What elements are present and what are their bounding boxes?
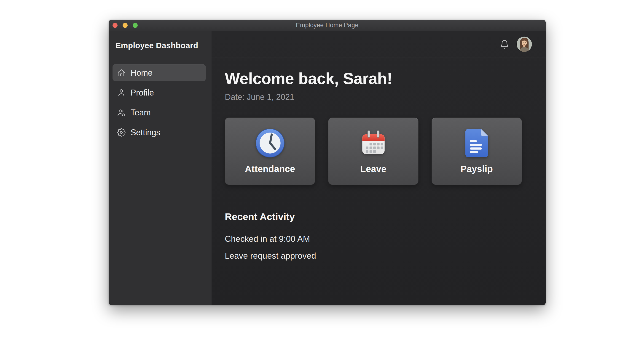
- minimize-button[interactable]: [122, 23, 128, 28]
- traffic-lights: [112, 20, 138, 31]
- titlebar: Employee Home Page: [109, 20, 546, 31]
- card-label: Payslip: [460, 164, 493, 174]
- sidebar-item-profile[interactable]: Profile: [112, 84, 206, 101]
- sidebar-nav: Home Profile: [112, 64, 206, 141]
- quick-action-cards: Attendance: [225, 117, 532, 185]
- sidebar-item-label: Home: [130, 68, 152, 78]
- activity-item: Leave request approved: [225, 251, 532, 261]
- users-icon: [117, 108, 126, 117]
- card-label: Leave: [360, 164, 386, 174]
- gear-icon: [117, 128, 126, 137]
- window-body: Employee Dashboard Home: [109, 31, 546, 305]
- clock-icon: [255, 128, 285, 158]
- app-window: Employee Home Page Employee Dashboard Ho…: [109, 20, 546, 305]
- card-payslip[interactable]: Payslip: [432, 117, 522, 185]
- dashboard-content: Welcome back, Sarah! Date: June 1, 2021: [212, 58, 546, 261]
- close-button[interactable]: [112, 23, 118, 28]
- card-label: Attendance: [245, 164, 295, 174]
- sidebar-item-label: Settings: [130, 128, 160, 137]
- sidebar-title: Employee Dashboard: [116, 41, 206, 50]
- zoom-button[interactable]: [133, 23, 138, 28]
- sidebar-item-settings[interactable]: Settings: [112, 124, 206, 141]
- sidebar-item-label: Team: [130, 108, 151, 117]
- sidebar: Employee Dashboard Home: [109, 31, 212, 305]
- user-avatar[interactable]: [516, 36, 532, 52]
- main-header: [212, 31, 546, 58]
- sidebar-item-home[interactable]: Home: [112, 64, 206, 81]
- sidebar-item-label: Profile: [130, 88, 154, 98]
- user-icon: [117, 88, 126, 97]
- recent-activity-title: Recent Activity: [225, 211, 532, 222]
- activity-item: Checked in at 9:00 AM: [225, 234, 532, 244]
- bell-icon[interactable]: [500, 39, 509, 49]
- welcome-heading: Welcome back, Sarah!: [225, 69, 532, 88]
- home-icon: [117, 68, 126, 77]
- card-attendance[interactable]: Attendance: [225, 117, 315, 185]
- calendar-icon: [358, 128, 388, 158]
- date-text: Date: June 1, 2021: [225, 92, 532, 102]
- sidebar-item-team[interactable]: Team: [112, 104, 206, 121]
- card-leave[interactable]: Leave: [328, 117, 418, 185]
- window-title: Employee Home Page: [296, 22, 358, 29]
- main-content: Welcome back, Sarah! Date: June 1, 2021: [212, 31, 546, 305]
- document-icon: [465, 128, 489, 158]
